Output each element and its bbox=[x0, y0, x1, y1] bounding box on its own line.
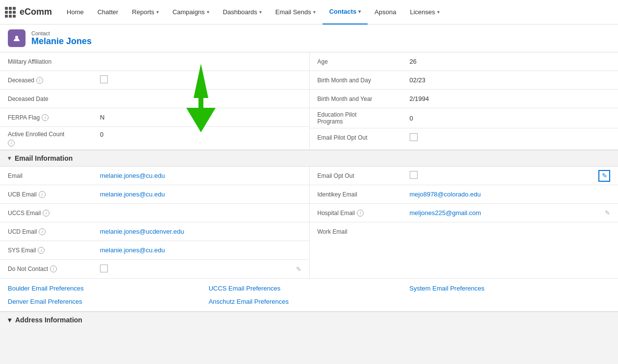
field-ucb-email: UCB Email i melanie.jones@cu.edu bbox=[0, 185, 309, 204]
field-birth-month-day: Birth Month and Day 02/23 bbox=[310, 71, 618, 90]
email-fields-grid: Email melanie.jones@cu.edu UCB Email i m… bbox=[0, 167, 618, 279]
nav-dashboards[interactable]: Dashboards ▾ bbox=[216, 0, 269, 24]
address-section-title: Address Information bbox=[15, 316, 82, 324]
nav-email-sends[interactable]: Email Sends ▾ bbox=[269, 0, 322, 24]
left-fields-top: Military Affiliation Deceased i Deceas bbox=[0, 52, 309, 149]
anschutz-email-prefs-link[interactable]: Anschutz Email Preferences bbox=[209, 298, 410, 305]
sys-email-info-icon[interactable]: i bbox=[38, 247, 45, 254]
uccs-email-prefs-link[interactable]: UCCS Email Preferences bbox=[209, 285, 410, 292]
right-fields-top: Age 26 Birth Month and Day 02/23 Birth M… bbox=[309, 52, 618, 149]
deceased-info-icon[interactable]: i bbox=[36, 77, 43, 84]
ucb-email-label: UCB Email bbox=[8, 191, 37, 198]
email-preferences: Boulder Email Preferences UCCS Email Pre… bbox=[0, 279, 618, 312]
field-email-pilot-opt-out: Email Pilot Opt Out bbox=[310, 128, 618, 147]
education-pilot-label: Education PilotPrograms bbox=[318, 111, 357, 125]
contact-breadcrumb: Contact bbox=[31, 30, 92, 36]
do-not-contact-info-icon[interactable]: i bbox=[50, 266, 57, 272]
field-military-affiliation: Military Affiliation bbox=[0, 52, 309, 71]
field-birth-month-year: Birth Month and Year 2/1994 bbox=[310, 90, 618, 108]
age-value: 26 bbox=[410, 58, 417, 65]
email-opt-out-label: Email Opt Out bbox=[318, 172, 354, 179]
field-deceased: Deceased i bbox=[0, 71, 309, 90]
email-label: Email bbox=[8, 172, 23, 179]
chevron-down-icon: ▾ bbox=[259, 9, 262, 15]
grid-icon bbox=[5, 7, 16, 18]
active-enrolled-count-label: Active Enrolled Count bbox=[8, 131, 64, 138]
ferpa-flag-label: FERPA Flag bbox=[8, 114, 40, 121]
age-label: Age bbox=[318, 58, 328, 65]
system-email-prefs-link[interactable]: System Email Preferences bbox=[409, 285, 610, 292]
boulder-email-prefs-link[interactable]: Boulder Email Preferences bbox=[8, 285, 209, 292]
ucd-email-value[interactable]: melanie.jones@ucdenver.edu bbox=[100, 228, 184, 235]
chevron-down-icon: ▾ bbox=[207, 9, 209, 15]
contact-info: Contact Melanie Jones bbox=[31, 30, 92, 47]
hospital-email-value[interactable]: meljones225@gmail.com bbox=[410, 209, 481, 217]
active-enrolled-count-info-icon[interactable]: i bbox=[8, 140, 15, 146]
chevron-down-icon: ▾ bbox=[156, 9, 159, 15]
address-section-chevron[interactable]: ▾ bbox=[8, 316, 11, 324]
email-information-section: ▾ Email Information bbox=[0, 150, 618, 167]
sys-email-value[interactable]: melanie.jones@cu.edu bbox=[100, 246, 165, 254]
ucb-email-info-icon[interactable]: i bbox=[39, 191, 46, 198]
birth-month-day-value: 02/23 bbox=[410, 76, 426, 84]
email-left-fields: Email melanie.jones@cu.edu UCB Email i m… bbox=[0, 167, 309, 278]
identikey-email-label: Identikey Email bbox=[318, 191, 357, 198]
education-pilot-value: 0 bbox=[410, 115, 413, 122]
field-email-opt-out: Email Opt Out ✎ bbox=[310, 167, 618, 185]
identikey-email-value[interactable]: mejo8978@colorado.edu bbox=[410, 191, 481, 198]
email-opt-out-checkbox[interactable] bbox=[410, 171, 418, 180]
nav-apsona[interactable]: Apsona bbox=[368, 0, 403, 24]
field-education-pilot: Education PilotPrograms 0 bbox=[310, 108, 618, 128]
uccs-email-label: UCCS Email bbox=[8, 210, 41, 217]
do-not-contact-edit-icon[interactable]: ✎ bbox=[296, 266, 301, 273]
work-email-label: Work Email bbox=[318, 228, 347, 235]
birth-month-year-value: 2/1994 bbox=[410, 95, 429, 102]
nav-home[interactable]: Home bbox=[60, 0, 91, 24]
ucb-email-value[interactable]: melanie.jones@cu.edu bbox=[100, 191, 165, 198]
email-section-chevron[interactable]: ▾ bbox=[8, 155, 11, 162]
email-opt-out-edit-button[interactable]: ✎ bbox=[598, 170, 610, 182]
field-uccs-email: UCCS Email i bbox=[0, 204, 309, 222]
field-work-email: Work Email bbox=[310, 222, 618, 241]
email-value[interactable]: melanie.jones@cu.edu bbox=[100, 172, 165, 179]
hospital-email-edit-icon[interactable]: ✎ bbox=[605, 209, 610, 217]
birth-month-day-label: Birth Month and Day bbox=[318, 77, 371, 84]
field-do-not-contact: Do Not Contact i ✎ bbox=[0, 260, 309, 278]
top-fields-grid: Military Affiliation Deceased i Deceas bbox=[0, 52, 618, 150]
field-email: Email melanie.jones@cu.edu bbox=[0, 167, 309, 185]
nav-contacts[interactable]: Contacts ▾ bbox=[322, 0, 368, 24]
field-hospital-email: Hospital Email i meljones225@gmail.com ✎ bbox=[310, 204, 618, 222]
nav-licenses[interactable]: Licenses ▾ bbox=[403, 0, 446, 24]
email-pilot-opt-out-checkbox[interactable] bbox=[410, 133, 418, 143]
do-not-contact-checkbox[interactable] bbox=[100, 265, 108, 274]
contact-name[interactable]: Melanie Jones bbox=[31, 36, 92, 47]
denver-email-prefs-link[interactable]: Denver Email Preferences bbox=[8, 298, 209, 305]
nav-reports[interactable]: Reports ▾ bbox=[125, 0, 166, 24]
chevron-down-icon: ▾ bbox=[437, 9, 440, 15]
contact-icon bbox=[8, 29, 25, 47]
app-logo[interactable]: eComm bbox=[5, 7, 60, 18]
contact-header: Contact Melanie Jones bbox=[0, 24, 618, 52]
email-section-title: Email Information bbox=[15, 154, 73, 162]
ucd-email-label: UCD Email bbox=[8, 228, 37, 235]
ferpa-flag-value: N bbox=[100, 114, 104, 121]
chevron-down-icon: ▾ bbox=[358, 9, 361, 14]
chevron-down-icon: ▾ bbox=[313, 9, 316, 15]
field-ucd-email: UCD Email i melanie.jones@ucdenver.edu bbox=[0, 222, 309, 241]
deceased-label: Deceased bbox=[8, 77, 34, 84]
main-content: Military Affiliation Deceased i Deceas bbox=[0, 52, 618, 328]
military-affiliation-label: Military Affiliation bbox=[8, 58, 51, 65]
field-active-enrolled-count: Active Enrolled Count i 0 bbox=[0, 127, 309, 149]
top-navigation: eComm Home Chatter Reports ▾ Campaigns ▾… bbox=[0, 0, 618, 24]
do-not-contact-label: Do Not Contact bbox=[8, 266, 48, 272]
hospital-email-info-icon[interactable]: i bbox=[357, 210, 364, 217]
ucd-email-info-icon[interactable]: i bbox=[39, 228, 46, 235]
deceased-checkbox[interactable] bbox=[100, 75, 108, 85]
field-age: Age 26 bbox=[310, 52, 618, 71]
ferpa-flag-info-icon[interactable]: i bbox=[42, 114, 49, 121]
nav-campaigns[interactable]: Campaigns ▾ bbox=[166, 0, 216, 24]
email-right-fields: Email Opt Out ✎ Identikey Email mejo8978… bbox=[309, 167, 618, 278]
nav-chatter[interactable]: Chatter bbox=[91, 0, 125, 24]
uccs-email-info-icon[interactable]: i bbox=[43, 210, 49, 217]
app-name: eComm bbox=[20, 7, 52, 17]
